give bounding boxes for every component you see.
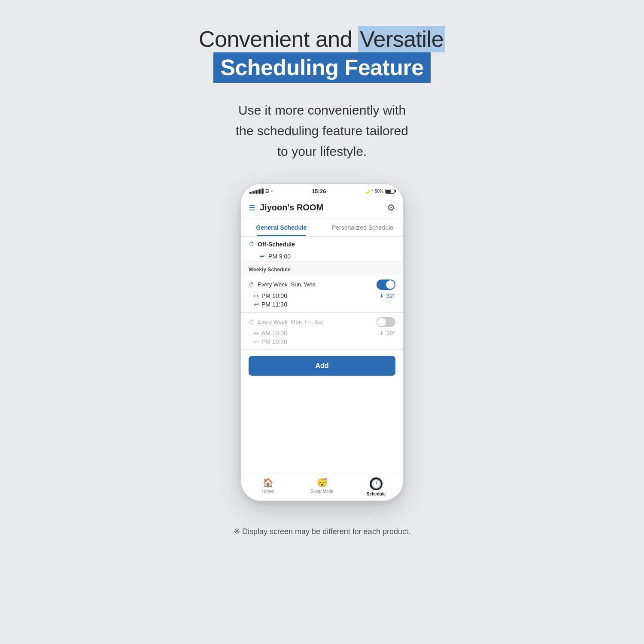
entry-2-on-row: ↦ AM 10:00 🌡 38° xyxy=(241,329,403,337)
weekly-entry-1: ⏱ Every Week Sun, Wed ↦ PM 10:00 🌡 xyxy=(241,275,403,309)
arrow-left-icon: ↩ xyxy=(260,253,265,260)
clock2-icon: ⏱ xyxy=(249,281,254,288)
app-header: ☰ Jiyoon's ROOM ⚙ xyxy=(241,197,403,219)
temp-icon-2: 🌡 xyxy=(379,330,385,336)
gear-icon[interactable]: ⚙ xyxy=(387,202,395,213)
entry-2-temp: 🌡 38° xyxy=(379,330,395,337)
nav-sleep-mode[interactable]: 😴 Sleep Mode xyxy=(295,477,349,496)
on-time-2: AM 10:00 xyxy=(261,330,287,337)
carrier-text: El xyxy=(265,189,269,194)
off-schedule-title-row: ⏱ Off-Schedule xyxy=(241,237,403,249)
bluetooth-icon: * xyxy=(371,189,373,194)
signal-dot-3 xyxy=(255,190,258,194)
weekly-entry-1-header: ⏱ Every Week Sun, Wed xyxy=(241,275,403,292)
clock-icon: ⏱ xyxy=(249,241,254,247)
home-icon: 🏠 xyxy=(263,477,273,488)
status-left: El ≈ xyxy=(249,188,273,194)
tabs: General Schedule Personalized Schedule xyxy=(241,219,403,237)
room-title: Jiyoon's ROOM xyxy=(260,203,323,213)
menu-icon[interactable]: ☰ xyxy=(249,203,255,213)
on-time-1: PM 10:00 xyxy=(261,292,287,299)
weekly-entry-1-left: ⏱ Every Week Sun, Wed xyxy=(249,281,316,288)
phone-wrapper: El ≈ 15:26 🌙 * 50% ☰ Jiyoon's ROOM xyxy=(240,183,404,501)
off-time-1: PM 11:30 xyxy=(261,301,287,308)
wifi-icon: ≈ xyxy=(271,189,273,194)
battery-percent: 50% xyxy=(375,189,383,194)
off-schedule-row: ↩ PM 9:00 xyxy=(241,249,403,262)
subtitle-line3: to your lifestyle. xyxy=(277,144,367,158)
off-schedule-time: PM 9:00 xyxy=(268,253,291,260)
headline-top-normal: Convenient and xyxy=(199,27,358,52)
clock3-icon: ⏱ xyxy=(249,319,254,325)
headline-bottom: Scheduling Feature xyxy=(213,52,431,82)
app-content: ☰ Jiyoon's ROOM ⚙ General Schedule Perso… xyxy=(241,197,403,501)
headline-top-highlight: Versatile xyxy=(358,26,445,52)
temp-icon-1: 🌡 xyxy=(379,292,385,299)
headline-top: Convenient and Versatile xyxy=(199,26,445,52)
subtitle-line2: the scheduling feature tailored xyxy=(236,124,408,138)
temp-value-2: 38° xyxy=(386,330,395,337)
nav-sleep-label: Sleep Mode xyxy=(310,489,333,494)
subtitle-line1: Use it more conveniently with xyxy=(238,103,406,117)
every-week-1: Every Week xyxy=(258,281,288,288)
signal-dot-4 xyxy=(258,189,261,194)
weekly-schedule-title: Weekly Schedule xyxy=(241,262,403,275)
entry-2-on-time: ↦ AM 10:00 xyxy=(254,330,287,337)
nav-home-label: Home xyxy=(262,489,274,494)
tab-personalized-schedule[interactable]: Personalized Schedule xyxy=(322,219,403,236)
status-time: 15:26 xyxy=(312,188,326,194)
add-button[interactable]: Add xyxy=(249,356,395,376)
days-2: Mon, Fri, Sat xyxy=(291,319,323,325)
bottom-nav: 🏠 Home 😴 Sleep Mode 🕐 Schedule xyxy=(241,474,403,501)
weekly-entry-2-header: ⏱ Every Week Mon, Fri, Sat xyxy=(241,313,403,329)
entry-2-off-time: ↩ PM 10:30 xyxy=(254,338,287,345)
headline: Convenient and Versatile Scheduling Feat… xyxy=(199,26,445,83)
moon-icon: 🌙 xyxy=(365,189,370,194)
entry-1-off-row: ↩ PM 11:30 xyxy=(241,300,403,309)
footer-note: ※ Display screen may be different for ea… xyxy=(234,527,410,536)
battery-icon xyxy=(385,189,395,194)
nav-schedule-label: Schedule xyxy=(367,492,386,496)
off-schedule-section: ⏱ Off-Schedule ↩ PM 9:00 xyxy=(241,237,403,262)
signal-dot-1 xyxy=(249,192,252,194)
arrow-left-icon-2: ↩ xyxy=(254,338,259,345)
nav-schedule[interactable]: 🕐 Schedule xyxy=(349,477,403,496)
entry-1-off-time: ↩ PM 11:30 xyxy=(254,301,287,308)
temp-value-1: 32° xyxy=(386,292,395,299)
arrow-right-icon-2: ↦ xyxy=(254,330,259,337)
arrow-left-icon-1: ↩ xyxy=(254,301,259,308)
entry-1-on-row: ↦ PM 10:00 🌡 32° xyxy=(241,292,403,300)
schedule-icon-active: 🕐 xyxy=(370,477,383,490)
toggle-2[interactable] xyxy=(377,317,395,327)
signal-dot-5 xyxy=(261,188,264,194)
battery-fill xyxy=(386,190,391,193)
toggle-1[interactable] xyxy=(377,279,395,290)
sleep-icon: 😴 xyxy=(317,477,328,488)
status-right: 🌙 * 50% xyxy=(365,189,395,194)
status-bar: El ≈ 15:26 🌙 * 50% xyxy=(241,184,403,197)
subtitle: Use it more conveniently with the schedu… xyxy=(236,100,408,162)
tab-general-schedule[interactable]: General Schedule xyxy=(241,219,322,236)
phone: El ≈ 15:26 🌙 * 50% ☰ Jiyoon's ROOM xyxy=(240,183,404,501)
off-schedule-label: Off-Schedule xyxy=(258,241,295,248)
schedule-content: ⏱ Off-Schedule ↩ PM 9:00 Weekly Schedule xyxy=(241,237,403,474)
entry-1-on-time: ↦ PM 10:00 xyxy=(254,292,287,299)
weekly-entry-2: ⏱ Every Week Mon, Fri, Sat ↦ AM 10:00 🌡 xyxy=(241,313,403,346)
divider-3 xyxy=(241,349,403,350)
header-left: ☰ Jiyoon's ROOM xyxy=(249,203,323,213)
days-1: Sun, Wed xyxy=(291,281,316,288)
signal-dot-2 xyxy=(252,191,255,194)
arrow-right-icon-1: ↦ xyxy=(254,292,259,299)
entry-1-temp: 🌡 32° xyxy=(379,292,395,299)
signal-dots xyxy=(249,188,264,194)
every-week-2: Every Week xyxy=(258,319,288,325)
nav-home[interactable]: 🏠 Home xyxy=(241,477,295,496)
off-time-2: PM 10:30 xyxy=(261,338,287,345)
weekly-entry-2-left: ⏱ Every Week Mon, Fri, Sat xyxy=(249,319,323,325)
entry-2-off-row: ↩ PM 10:30 xyxy=(241,337,403,346)
